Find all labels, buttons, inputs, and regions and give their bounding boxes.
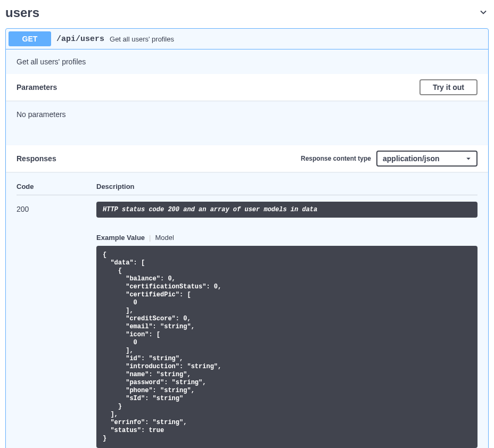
operation-summary-text: Get all users' profiles bbox=[110, 35, 174, 43]
responses-heading: Responses bbox=[17, 154, 56, 163]
responses-table-header: Code Description bbox=[17, 182, 477, 195]
tab-example-value[interactable]: Example Value bbox=[96, 234, 145, 242]
content-type-wrapper: Response content type application/json bbox=[301, 151, 477, 167]
parameters-heading: Parameters bbox=[17, 83, 57, 92]
operation-block: GET /api/users Get all users' profiles G… bbox=[5, 28, 489, 448]
tag-section-header[interactable]: users bbox=[5, 0, 489, 28]
tab-model[interactable]: Model bbox=[155, 234, 174, 242]
content-type-select[interactable]: application/json bbox=[376, 151, 477, 167]
http-method-badge: GET bbox=[9, 31, 51, 46]
operation-summary[interactable]: GET /api/users Get all users' profiles bbox=[6, 29, 488, 49]
operation-path: /api/users bbox=[51, 35, 110, 44]
parameters-header: Parameters Try it out bbox=[6, 74, 488, 101]
try-it-out-button[interactable]: Try it out bbox=[419, 79, 477, 95]
response-description-text: HTTP status code 200 and an array of use… bbox=[96, 202, 477, 218]
response-row: 200 HTTP status code 200 and an array of… bbox=[17, 202, 477, 448]
responses-header: Responses Response content type applicat… bbox=[6, 145, 488, 172]
column-description: Description bbox=[96, 182, 477, 190]
example-value-code[interactable]: { "data": [ { "balance": 0, "certificati… bbox=[96, 246, 477, 448]
model-tabs: Example Value | Model bbox=[96, 234, 477, 242]
no-parameters-text: No parameters bbox=[6, 101, 488, 145]
column-code: Code bbox=[17, 182, 96, 190]
tag-name: users bbox=[5, 5, 39, 20]
content-type-label: Response content type bbox=[301, 155, 371, 162]
response-description-cell: HTTP status code 200 and an array of use… bbox=[96, 202, 477, 448]
response-code: 200 bbox=[17, 202, 96, 448]
tab-separator: | bbox=[149, 234, 151, 242]
chevron-down-icon bbox=[478, 7, 489, 19]
operation-body: Get all users' profiles Parameters Try i… bbox=[6, 49, 488, 448]
operation-description: Get all users' profiles bbox=[6, 49, 488, 74]
responses-table: Code Description 200 HTTP status code 20… bbox=[6, 172, 488, 448]
